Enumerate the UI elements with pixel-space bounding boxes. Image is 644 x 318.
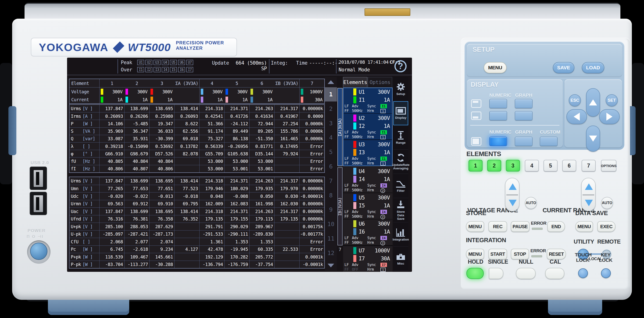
current-range-rocker[interactable] bbox=[581, 178, 596, 211]
numeric-full-button[interactable] bbox=[489, 137, 507, 146]
set-button[interactable]: SET bbox=[606, 94, 618, 106]
esc-button[interactable]: ESC bbox=[569, 94, 581, 106]
page-number[interactable]: 3 bbox=[325, 116, 337, 130]
menu-item-misc[interactable]: Misc bbox=[393, 247, 408, 271]
page-number[interactable]: 4 bbox=[325, 130, 337, 145]
store-end-button[interactable]: END bbox=[547, 221, 565, 232]
page-number[interactable]: 10 bbox=[325, 217, 337, 231]
store-menu-button[interactable]: MENU bbox=[466, 221, 484, 232]
down-arrow-button[interactable] bbox=[586, 126, 600, 152]
tab-options[interactable]: Options bbox=[368, 77, 392, 87]
brand-diamond-icon bbox=[113, 41, 124, 53]
value-cell: 69.910 bbox=[149, 200, 174, 208]
null-button[interactable] bbox=[516, 268, 536, 279]
column-header: 1 bbox=[99, 79, 124, 88]
element-key-4[interactable]: 4 bbox=[525, 160, 539, 171]
hold-button[interactable] bbox=[466, 268, 484, 279]
value-cell: 0.00000k bbox=[299, 105, 324, 112]
help-button[interactable]: ? bbox=[393, 59, 408, 74]
voltage-range-rocker[interactable] bbox=[505, 178, 520, 211]
custom-button[interactable] bbox=[540, 137, 558, 146]
measurement-unit: [W ] bbox=[82, 254, 92, 259]
right-arrow-button[interactable] bbox=[599, 109, 620, 124]
element-item[interactable]: U5300VI51ALFFFAdv500HzSyncHrmI42 bbox=[343, 193, 392, 219]
menu-item-label: Setup bbox=[396, 92, 405, 96]
save-button[interactable]: SAVE bbox=[553, 62, 574, 73]
voltage-range-value: 300V bbox=[365, 115, 392, 121]
menu-item-store[interactable]: StoreData Save bbox=[393, 198, 408, 222]
integration-reset-button[interactable]: RESET bbox=[547, 249, 566, 259]
display-title: DISPLAY bbox=[470, 81, 499, 88]
page-up-arrow[interactable] bbox=[325, 77, 337, 87]
element-item[interactable]: U3300VI31ALFFFAdv500HzSyncHrmI11 bbox=[343, 140, 392, 166]
page-number[interactable]: 7 bbox=[325, 174, 337, 188]
page-number[interactable]: 6 bbox=[325, 159, 337, 173]
store-pause-button[interactable]: PAUSE bbox=[511, 221, 530, 232]
screen-header: Peak Over U1U2U3U4U5U6U7 I1I2I3I4I5I6I7 … bbox=[67, 58, 412, 75]
store-rec-button[interactable]: REC bbox=[488, 221, 507, 232]
single-button[interactable] bbox=[489, 268, 503, 279]
element-item[interactable]: U6300VI61ALFFFAdv500HzSyncHrmI42 bbox=[343, 219, 392, 245]
load-button[interactable]: LOAD bbox=[582, 62, 604, 73]
graph-full-button[interactable] bbox=[515, 137, 532, 146]
menu-item-setup[interactable]: Setup bbox=[393, 77, 408, 101]
lf-ff-indicators: LFFF bbox=[344, 104, 352, 113]
touch-lock-button[interactable] bbox=[578, 268, 588, 278]
data-save-exec-button[interactable]: EXEC bbox=[597, 221, 616, 232]
integration-start-button[interactable]: START bbox=[488, 249, 507, 259]
element-key-6[interactable]: 6 bbox=[562, 160, 576, 171]
menu-item-filter[interactable]: Filter bbox=[393, 174, 408, 198]
voltage-auto-button[interactable]: AUTO bbox=[525, 197, 537, 209]
group-sigma-b[interactable]: ΣB(3V3A) bbox=[338, 167, 342, 245]
page-number[interactable]: 1 bbox=[325, 87, 337, 102]
element-key-7[interactable]: 7 bbox=[582, 160, 596, 171]
up-arrow-button[interactable] bbox=[586, 88, 600, 117]
power-button[interactable] bbox=[30, 243, 48, 260]
data-save-menu-button[interactable]: MENU bbox=[575, 221, 593, 232]
group-sigma-a[interactable]: ΣA(3V3A) bbox=[338, 88, 342, 166]
key-lock-button[interactable] bbox=[601, 268, 611, 278]
page-number[interactable]: 8 bbox=[325, 188, 337, 202]
value-cell: -289.830 bbox=[249, 230, 274, 238]
tab-elements[interactable]: Elements bbox=[343, 77, 367, 87]
element-key-3[interactable]: 3 bbox=[506, 160, 520, 171]
hrm-label: Hrm bbox=[367, 188, 380, 192]
value-cell: 77.265 bbox=[99, 185, 124, 192]
measurement-unit: [V ] bbox=[82, 201, 92, 206]
graph-half-top-button[interactable] bbox=[515, 99, 532, 108]
menu-item-integration[interactable]: Integration bbox=[393, 223, 408, 247]
menu-item-range[interactable]: Range bbox=[393, 126, 408, 150]
integration-stop-button[interactable]: STOP bbox=[511, 249, 529, 259]
hrm-label: Hrm bbox=[367, 267, 380, 272]
page-number[interactable]: 9 bbox=[325, 202, 337, 217]
sync-hrm-labels: SyncHrm bbox=[367, 156, 380, 166]
numeric-half-top-button[interactable] bbox=[489, 99, 507, 108]
element-key-2[interactable]: 2 bbox=[487, 160, 501, 171]
current-auto-button[interactable]: AUTO bbox=[601, 197, 613, 209]
page-number[interactable]: 11 bbox=[325, 231, 337, 246]
element-item[interactable]: U1300VI11ALFFFAdv500HzSyncHrmI11 bbox=[343, 88, 392, 114]
page-down-arrow[interactable] bbox=[325, 260, 337, 271]
element-item[interactable]: U4300VI41ALFFFAdv500HzSyncHrmI42 bbox=[343, 167, 392, 193]
hold-label: HOLD bbox=[468, 259, 483, 265]
numeric-half-bottom-button[interactable] bbox=[489, 111, 507, 120]
element-item[interactable]: U2300VI21ALFFFAdv500HzSyncHrmI11 bbox=[343, 114, 392, 140]
usb-port-2[interactable] bbox=[30, 192, 47, 215]
menu-item-updaterate[interactable]: UpdateRateAveraging bbox=[393, 150, 408, 174]
menu-item-display[interactable]: Display bbox=[393, 101, 408, 125]
graph-half-bottom-button[interactable] bbox=[515, 111, 532, 120]
element-key-1[interactable]: 1 bbox=[468, 160, 482, 171]
cal-button[interactable] bbox=[545, 268, 564, 279]
page-number[interactable]: 12 bbox=[325, 246, 337, 260]
sync-label: Sync bbox=[367, 183, 380, 188]
graph-top-label: GRAPH bbox=[515, 92, 532, 98]
options-key[interactable]: OPTIONS bbox=[601, 160, 616, 171]
element-item[interactable]: U71000VI730ALFFFAdvOFFSyncHrmI71 bbox=[343, 246, 392, 272]
element-key-5[interactable]: 5 bbox=[544, 160, 558, 171]
page-number[interactable]: 5 bbox=[325, 145, 337, 159]
left-arrow-button[interactable] bbox=[566, 109, 587, 124]
page-number[interactable]: 2 bbox=[325, 102, 337, 116]
setup-menu-button[interactable]: MENU bbox=[484, 62, 506, 73]
usb-port-1[interactable] bbox=[30, 166, 47, 190]
integration-menu-button[interactable]: MENU bbox=[466, 249, 484, 259]
